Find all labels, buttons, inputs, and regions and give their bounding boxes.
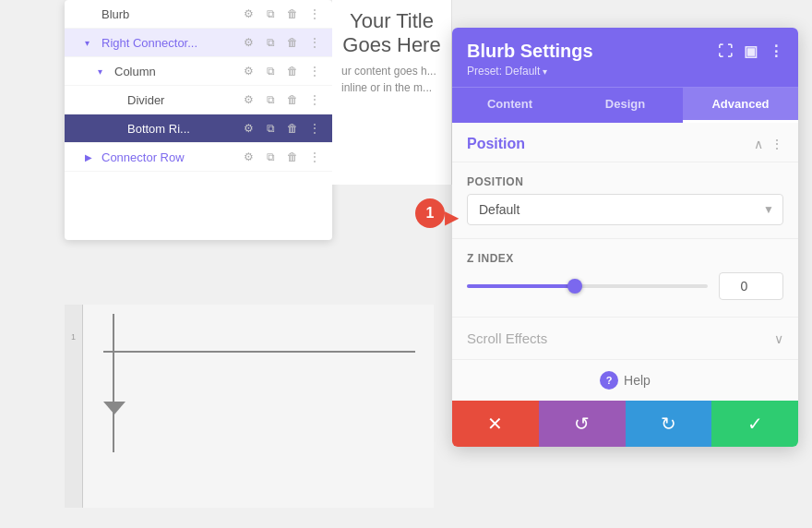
duplicate-icon-bottom-ri[interactable]: ⧉ bbox=[262, 120, 279, 137]
expand-arrow-right-connector: ▾ bbox=[85, 38, 98, 48]
expand-arrow-column: ▾ bbox=[98, 66, 111, 77]
position-field-section: Position Default Static Relative Absolut… bbox=[452, 162, 798, 239]
layer-label-column: Column bbox=[114, 65, 240, 78]
tab-design[interactable]: Design bbox=[567, 88, 683, 123]
preset-row[interactable]: Preset: Default ▾ bbox=[467, 65, 783, 78]
layer-item-blurb[interactable]: Blurb ⚙ ⧉ 🗑 ⋮ bbox=[65, 0, 332, 29]
duplicate-icon-blurb[interactable]: ⧉ bbox=[262, 6, 279, 22]
scroll-effects-label: Scroll Effects bbox=[467, 330, 547, 346]
slider-track[interactable] bbox=[467, 284, 708, 288]
canvas-horizontal-line bbox=[103, 351, 415, 353]
z-index-input[interactable] bbox=[719, 272, 783, 300]
more-icon-bottom-ri[interactable]: ⋮ bbox=[306, 120, 323, 137]
ruler-vertical: 1 bbox=[65, 305, 83, 508]
settings-panel: Blurb Settings ⛶ ▣ ⋮ Preset: Default ▾ C… bbox=[452, 28, 798, 447]
undo-button[interactable]: ↺ bbox=[539, 401, 626, 447]
help-section[interactable]: ? Help bbox=[452, 359, 798, 401]
layer-label-connector-row: Connector Row bbox=[102, 150, 240, 164]
delete-icon-bottom-ri[interactable]: 🗑 bbox=[284, 120, 301, 137]
section-controls: ∧ ⋮ bbox=[754, 137, 783, 151]
duplicate-icon-divider[interactable]: ⧉ bbox=[262, 91, 279, 108]
settings-tabs: Content Design Advanced bbox=[452, 87, 798, 123]
slider-thumb[interactable] bbox=[567, 279, 582, 294]
position-section-title: Position bbox=[467, 136, 525, 152]
redo-button[interactable]: ↻ bbox=[626, 401, 712, 447]
expand-arrow-connector-row: ▶ bbox=[85, 152, 98, 162]
canvas-preview-area: Your Title Goes Here ur content goes h..… bbox=[332, 0, 452, 185]
canvas-vertical-line bbox=[113, 314, 114, 452]
duplicate-icon-column[interactable]: ⧉ bbox=[262, 63, 279, 79]
settings-icon-bottom-ri[interactable]: ⚙ bbox=[240, 120, 257, 137]
left-layer-panel: Blurb ⚙ ⧉ 🗑 ⋮ ▾ Right Connector... ⚙ ⧉ 🗑… bbox=[65, 0, 332, 240]
duplicate-icon-connector-row[interactable]: ⧉ bbox=[262, 149, 279, 165]
canvas-content: ur content goes h... inline or in the m.… bbox=[332, 63, 451, 96]
expand-arrow-divider bbox=[111, 95, 124, 105]
z-index-section: Z Index bbox=[452, 239, 798, 318]
more-icon-right-connector[interactable]: ⋮ bbox=[306, 34, 323, 51]
scroll-chevron-icon: ∨ bbox=[774, 331, 783, 346]
settings-icon-connector-row[interactable]: ⚙ bbox=[240, 149, 257, 165]
delete-icon-column[interactable]: 🗑 bbox=[284, 63, 301, 79]
layer-label-bottom-ri: Bottom Ri... bbox=[127, 122, 240, 136]
save-button[interactable]: ✓ bbox=[711, 401, 798, 447]
step-badge: 1 bbox=[415, 198, 445, 228]
settings-header: Blurb Settings ⛶ ▣ ⋮ Preset: Default ▾ bbox=[452, 28, 798, 87]
layer-label-blurb: Blurb bbox=[102, 7, 240, 21]
preset-label: Preset: Default bbox=[467, 65, 540, 78]
header-icons: ⛶ ▣ ⋮ bbox=[718, 42, 783, 60]
layer-item-bottom-ri[interactable]: Bottom Ri... ⚙ ⧉ 🗑 ⋮ bbox=[65, 114, 332, 143]
position-field-label: Position bbox=[467, 175, 783, 188]
cancel-button[interactable]: ✕ bbox=[452, 401, 539, 447]
fullscreen-icon[interactable]: ⛶ bbox=[718, 43, 733, 60]
layer-icons-connector-row: ⚙ ⧉ 🗑 ⋮ bbox=[240, 149, 323, 165]
more-options-icon[interactable]: ⋮ bbox=[769, 42, 783, 60]
expand-arrow-blurb bbox=[85, 9, 98, 19]
layer-label-divider: Divider bbox=[127, 93, 240, 107]
layer-item-column[interactable]: ▾ Column ⚙ ⧉ 🗑 ⋮ bbox=[65, 57, 332, 86]
layer-item-right-connector[interactable]: ▾ Right Connector... ⚙ ⧉ 🗑 ⋮ bbox=[65, 29, 332, 57]
canvas-content-area bbox=[85, 314, 434, 508]
layer-item-connector-row[interactable]: ▶ Connector Row ⚙ ⧉ 🗑 ⋮ bbox=[65, 143, 332, 172]
layer-icons-right-connector: ⚙ ⧉ 🗑 ⋮ bbox=[240, 34, 323, 51]
position-select[interactable]: Default Static Relative Absolute Fixed bbox=[467, 194, 783, 225]
help-icon: ? bbox=[600, 371, 618, 390]
settings-panel-title: Blurb Settings bbox=[467, 41, 593, 62]
duplicate-icon-right-connector[interactable]: ⧉ bbox=[262, 34, 279, 51]
layer-icons-bottom-ri: ⚙ ⧉ 🗑 ⋮ bbox=[240, 120, 323, 137]
settings-footer: ✕ ↺ ↻ ✓ bbox=[452, 401, 798, 447]
delete-icon-connector-row[interactable]: 🗑 bbox=[284, 149, 301, 165]
layer-icons-column: ⚙ ⧉ 🗑 ⋮ bbox=[240, 63, 323, 79]
collapse-icon[interactable]: ∧ bbox=[754, 137, 763, 151]
settings-icon-right-connector[interactable]: ⚙ bbox=[240, 34, 257, 51]
help-label: Help bbox=[624, 373, 651, 388]
more-icon-divider[interactable]: ⋮ bbox=[306, 91, 323, 108]
z-index-label: Z Index bbox=[467, 252, 783, 265]
settings-icon-blurb[interactable]: ⚙ bbox=[240, 6, 257, 22]
settings-icon-column[interactable]: ⚙ bbox=[240, 63, 257, 79]
position-select-wrapper: Default Static Relative Absolute Fixed ▼ bbox=[467, 194, 783, 225]
position-section-header: Position ∧ ⋮ bbox=[452, 123, 798, 162]
section-more-icon[interactable]: ⋮ bbox=[770, 137, 783, 151]
slider-row bbox=[467, 272, 783, 300]
layer-icons-divider: ⚙ ⧉ 🗑 ⋮ bbox=[240, 91, 323, 108]
scroll-effects-section[interactable]: Scroll Effects ∨ bbox=[452, 318, 798, 359]
canvas-triangle bbox=[103, 402, 125, 414]
delete-icon-divider[interactable]: 🗑 bbox=[284, 91, 301, 108]
columns-icon[interactable]: ▣ bbox=[744, 42, 758, 60]
layer-label-right-connector: Right Connector... bbox=[102, 36, 240, 50]
more-icon-connector-row[interactable]: ⋮ bbox=[306, 149, 323, 165]
delete-icon-right-connector[interactable]: 🗑 bbox=[284, 34, 301, 51]
settings-body: Position ∧ ⋮ Position Default Static Rel… bbox=[452, 123, 798, 401]
more-icon-column[interactable]: ⋮ bbox=[306, 63, 323, 79]
slider-fill bbox=[467, 284, 575, 288]
delete-icon-blurb[interactable]: 🗑 bbox=[284, 6, 301, 22]
tab-content[interactable]: Content bbox=[452, 88, 567, 123]
more-icon-blurb[interactable]: ⋮ bbox=[306, 6, 323, 22]
tab-advanced[interactable]: Advanced bbox=[683, 88, 798, 123]
layer-icons-blurb: ⚙ ⧉ 🗑 ⋮ bbox=[240, 6, 323, 22]
preset-dropdown-arrow: ▾ bbox=[543, 66, 547, 77]
settings-icon-divider[interactable]: ⚙ bbox=[240, 91, 257, 108]
layer-item-divider[interactable]: Divider ⚙ ⧉ 🗑 ⋮ bbox=[65, 86, 332, 114]
step-arrow: ▶ bbox=[445, 206, 459, 228]
expand-arrow-bottom-ri bbox=[111, 124, 124, 134]
